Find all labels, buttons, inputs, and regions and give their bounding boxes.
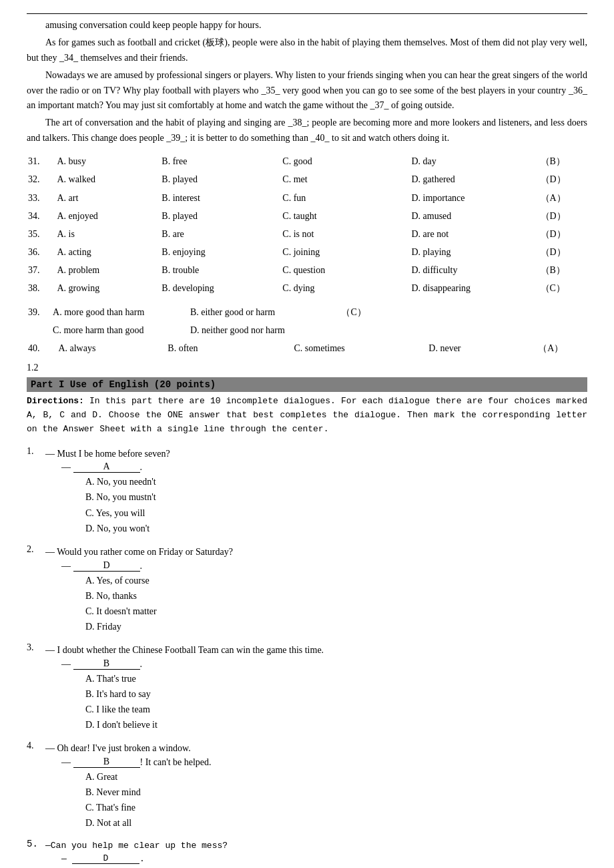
q-b: B. often [166, 339, 292, 357]
choice-row: C. Yes, that'll be all right D. No probl… [231, 865, 460, 868]
choice-item: D. No, you won't [85, 521, 587, 536]
q-c: C. is not [281, 225, 410, 243]
q-num: 37. [27, 261, 55, 279]
q-a: A. problem [55, 261, 160, 279]
answer-blank: B [73, 756, 140, 768]
q-c: C. fun [281, 189, 410, 207]
dialogue-question: 2. — Would you rather come on Friday or … [27, 544, 587, 634]
q-c: C. good [281, 152, 410, 170]
q-ans: （D） [539, 243, 587, 261]
dialogue-num: 1. [27, 446, 45, 457]
dialogue-body: — Oh dear! I've just broken a window. — … [45, 740, 587, 831]
q-b: B. trouble [160, 261, 281, 279]
answer-row: 31. A. busy B. free C. good D. day （B） [27, 152, 587, 170]
q-c: C. joining [281, 243, 410, 261]
dialogue-5: 5. —Can you help me clear up the mess? —… [27, 839, 587, 868]
section-header: Part I Use of English (20 points) [27, 377, 587, 392]
dialogue-body: — Would you rather come on Friday or Sat… [45, 544, 587, 634]
choice-item: A. Yes, of course [85, 573, 587, 588]
choice-item: A. That's true [85, 671, 587, 686]
q-num: 38. [27, 279, 55, 297]
q-a: A. walked [55, 170, 160, 188]
q-d: D. day [410, 152, 539, 170]
directions: Directions: In this part there are 10 in… [27, 395, 587, 436]
dialogue-3: 3. — I doubt whether the Chinese Footbal… [27, 642, 587, 732]
q-num: 32. [27, 170, 55, 188]
answer-row: 33. A. art B. interest C. fun D. importa… [27, 189, 587, 207]
choice-item: B. No, you mustn't [85, 489, 587, 505]
q-a: A. art [55, 189, 160, 207]
q-c: C. met [281, 170, 410, 188]
choice-item: C. Yes, you will [85, 505, 587, 521]
dialogue-q1: — I doubt whether the Chinese Football T… [45, 642, 587, 658]
choice-item: B. Never mind [85, 785, 587, 800]
choice-item: C. I like the team [85, 702, 587, 717]
choices: A. That's trueB. It's hard to sayC. I li… [85, 671, 587, 732]
choice-right: B. No, I don't [158, 865, 231, 868]
row40-row: 40. A. always B. often C. sometimes D. n… [27, 339, 587, 357]
choice-item: B. It's hard to say [85, 686, 587, 702]
q-b: B. either good or harm [189, 303, 340, 321]
choice-item: A. Great [85, 769, 587, 785]
choice-item: D. Not at all [85, 815, 587, 831]
choice-row: A. Yes, I do B. No, I don't [85, 865, 231, 868]
passage-text: amusing conversation could keep people h… [27, 18, 587, 146]
q-num: 36. [27, 243, 55, 261]
q-c: C. dying [281, 279, 410, 297]
dialogue-q1: — Must I be home before seven? [45, 446, 587, 462]
q-b: B. played [160, 207, 281, 225]
answer-row: 34. A. enjoyed B. played C. taught D. am… [27, 207, 587, 225]
choice-item: D. Friday [85, 619, 587, 634]
q-ans: （A） [539, 189, 587, 207]
passage-para4: The art of conversation and the habit of… [27, 116, 587, 146]
answer-row: 38. A. growing B. developing C. dying D.… [27, 279, 587, 297]
q-ans: （D） [539, 207, 587, 225]
q-d: D. disappearing [410, 279, 539, 297]
passage-para3: Nowadays we are amused by professional s… [27, 68, 587, 113]
choice-item: D. I don't believe it [85, 717, 587, 732]
directions-label: Directions: [27, 396, 84, 406]
answer-row: 37. A. problem B. trouble C. question D.… [27, 261, 587, 279]
q-num: 39. [27, 303, 51, 321]
passage-para2: As for games such as football and cricke… [27, 35, 587, 65]
q-d: D. importance [410, 189, 539, 207]
q-a: A. always [57, 339, 166, 357]
q-b: B. are [160, 225, 281, 243]
q-b: B. interest [160, 189, 281, 207]
dialogue-body: —Can you help me clear up the mess? — D … [45, 839, 587, 868]
q-ans: （B） [539, 261, 587, 279]
q-a: A. is [55, 225, 160, 243]
q-b: B. played [160, 170, 281, 188]
answer-row: 32. A. walked B. played C. met D. gather… [27, 170, 587, 188]
choice-left: A. Yes, I do [85, 865, 158, 868]
top-divider [27, 13, 587, 14]
answer-line: — A . [61, 461, 587, 473]
row40: 40. A. always B. often C. sometimes D. n… [27, 339, 587, 357]
dialogue-body: — Must I be home before seven? — A . A. … [45, 446, 587, 536]
choice-item: A. No, you needn't [85, 474, 587, 489]
dialogue-2: 2. — Would you rather come on Friday or … [27, 544, 587, 634]
q-c: C. question [281, 261, 410, 279]
row39: 39. A. more good than harm B. either goo… [27, 303, 587, 339]
choice-left: C. Yes, that'll be all right [231, 865, 346, 868]
dialogue-q1: — Would you rather come on Friday or Sat… [45, 544, 587, 560]
q-a: A. busy [55, 152, 160, 170]
q-b: B. enjoying [160, 243, 281, 261]
q-c: C. taught [281, 207, 410, 225]
dialogue-q1: — Oh dear! I've just broken a window. [45, 740, 587, 756]
row39-row2: C. more harm than good D. neither good n… [27, 321, 587, 339]
dialogue-num: 4. [27, 740, 45, 751]
dialogue-4: 4. — Oh dear! I've just broken a window.… [27, 740, 587, 831]
q-a: A. more good than harm [51, 303, 189, 321]
dialogue-question: 4. — Oh dear! I've just broken a window.… [27, 740, 587, 831]
q-ans: （B） [539, 152, 587, 170]
q-b: B. free [160, 152, 281, 170]
directions-text: In this part there are 10 incomplete dia… [27, 396, 587, 434]
choice-item: B. No, thanks [85, 588, 587, 604]
choices: A. Yes, I do B. No, I don't C. Yes, that… [85, 865, 587, 868]
q-a: A. enjoyed [55, 207, 160, 225]
q-d: D. difficulty [410, 261, 539, 279]
q-num: 34. [27, 207, 55, 225]
dialogue-question: 5. —Can you help me clear up the mess? —… [27, 839, 587, 868]
answer-blank: D [72, 853, 139, 864]
